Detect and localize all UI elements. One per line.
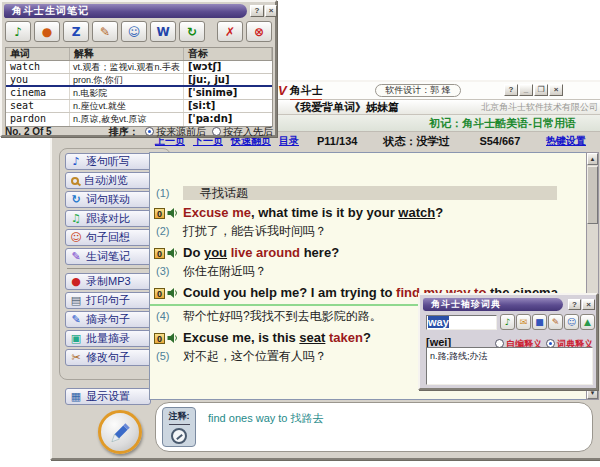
app-logo: V 角斗士 <box>278 80 323 101</box>
sidebar-item-follow-compare-icon: ♫ <box>69 212 83 225</box>
vocab-word[interactable]: watch <box>398 205 435 220</box>
edit-icon: ✎ <box>100 25 110 39</box>
main-close-button[interactable]: × <box>549 84 563 96</box>
dict-close-button[interactable]: × <box>582 299 595 310</box>
annotation-text: find ones way to 找路去 <box>208 411 324 447</box>
compass-icon[interactable] <box>171 428 187 444</box>
product-subtitle: 《我爱背单词》姊妹篇 <box>289 100 399 115</box>
sidebar-item-dictation-icon: ♪ <box>69 155 83 168</box>
dict-titlebar[interactable]: 角斗士袖珍词典 <box>423 298 563 311</box>
annotation-label: 注释: <box>169 410 190 425</box>
speaker-icon[interactable] <box>167 286 179 301</box>
vocab-notebook-window: 角斗士生词笔记 ? × ♪●Z✎☺W↻✗⊗ 单词 解释 音标 watchvt.观… <box>0 0 277 137</box>
delete-word-icon-button[interactable]: ✗ <box>217 21 243 42</box>
sort-option-1[interactable]: 按存入先后 <box>212 126 273 137</box>
sort-label: 排序： <box>109 126 139 137</box>
save-icon-button[interactable]: ■ <box>532 314 547 330</box>
main-minimize-button[interactable]: _ <box>519 84 533 96</box>
highlight-phrase[interactable]: live around <box>231 245 300 260</box>
edit-icon-button[interactable]: ✎ <box>548 314 563 330</box>
vocab-toolbar: ♪●Z✎☺W↻✗⊗ <box>5 21 275 42</box>
clear-icon-button[interactable]: ▲ <box>580 314 595 330</box>
sidebar-item-follow-compare-label: 跟读对比 <box>86 211 130 226</box>
sort-option-0[interactable]: 按来源前后 <box>145 126 206 137</box>
clear-all-icon: ⊗ <box>254 25 264 39</box>
col-meaning: 解释 <box>70 48 184 60</box>
vocab-word[interactable]: seat <box>299 330 325 345</box>
scroll-up-icon[interactable]: ▲ <box>587 153 598 165</box>
sentence-row[interactable]: 0Do you live around here? <box>152 245 586 264</box>
main-help-button[interactable]: ? <box>504 84 518 96</box>
chinese-translation: 你住在附近吗？ <box>183 264 586 279</box>
translation-row: (2)打扰了，能告诉我时间吗？ <box>152 224 586 245</box>
english-sentence[interactable]: Do you live around here? <box>183 245 586 260</box>
pocket-dictionary-window: 角斗士袖珍词典 ? × way ♪✉■✎☺▲ [wei] 自编释义词典释义 n.… <box>418 293 598 390</box>
sidebar-item-print-label: 打印句子 <box>86 293 130 308</box>
speaker-icon[interactable] <box>167 206 179 221</box>
speaker-icon[interactable] <box>167 331 179 346</box>
vocab-word[interactable]: you <box>204 245 227 260</box>
web-icon-button[interactable]: ● <box>34 21 60 42</box>
dict-help-button[interactable]: ? <box>568 299 581 310</box>
sentence-indicator: S54/667 <box>479 135 520 147</box>
highlight-phrase[interactable]: taken <box>329 330 363 345</box>
sort-options: 排序：按来源前后按存入先后 <box>109 125 273 139</box>
save-icon-button[interactable]: Z <box>63 21 89 42</box>
chat-icon: ☺ <box>567 317 576 327</box>
clear-all-icon-button[interactable]: ⊗ <box>246 21 272 42</box>
vocab-close-button[interactable]: × <box>265 5 277 17</box>
table-row[interactable]: cineman.电影院['sinimə] <box>6 87 272 100</box>
sound-icon-button[interactable]: ♪ <box>5 21 31 42</box>
save-icon: ■ <box>535 317 544 327</box>
radio-icon[interactable] <box>212 127 221 136</box>
sidebar-item-print-icon: ▤ <box>69 294 83 307</box>
topic-title: 寻找话题 <box>183 186 557 200</box>
play-count-badge: 0 <box>154 208 165 219</box>
chinese-translation: 打扰了，能告诉我时间吗？ <box>183 224 586 239</box>
sidebar-item-sentence-recall-icon: ☺ <box>69 231 83 244</box>
sound-icon: ♪ <box>14 25 22 39</box>
sort-option-label: 按来源前后 <box>156 126 206 137</box>
vocab-help-button[interactable]: ? <box>250 5 264 17</box>
sync-icon-button[interactable]: ↻ <box>179 21 205 42</box>
plain-text: ? <box>363 330 371 345</box>
sidebar-item-vocab-notebook-label: 生词笔记 <box>86 249 130 264</box>
main-restore-button[interactable]: ❐ <box>534 84 548 96</box>
sidebar-item-excerpt-label: 摘录句子 <box>86 312 130 327</box>
edit-icon-button[interactable]: ✎ <box>92 21 118 42</box>
speaker-icon[interactable] <box>167 246 179 261</box>
dict-search-input[interactable]: way <box>426 315 497 330</box>
copy-icon: ✉ <box>520 317 528 327</box>
sidebar-item-batch-excerpt-icon: ▣ <box>69 332 83 345</box>
sidebar-item-edit-sentence-icon: ✂ <box>69 351 83 364</box>
cell-phonetic: [ju:, ju] <box>184 74 272 85</box>
word-export-icon-button[interactable]: W <box>150 21 176 42</box>
nav-link-3[interactable]: 目录 <box>279 135 299 146</box>
scrollbar-thumb[interactable] <box>587 166 598 224</box>
sentence-number: (2) <box>152 224 183 239</box>
cell-phonetic: ['sinimə] <box>184 87 272 99</box>
english-sentence[interactable]: Excuse me, what time is it by your watch… <box>183 205 586 220</box>
sentence-row[interactable]: 0Excuse me, what time is it by your watc… <box>152 205 586 224</box>
cell-word: you <box>6 74 70 85</box>
table-row[interactable]: watchvt.观看；监视vi.观看n.手表[wɔtʃ] <box>6 61 272 74</box>
hotkey-settings-link[interactable]: 热键设置 <box>546 134 586 148</box>
sidebar-item-auto-browse-icon <box>71 177 79 185</box>
dict-definition-text: n.路;路线;办法 <box>426 347 593 385</box>
vocab-titlebar[interactable]: 角斗士生词笔记 <box>4 4 247 18</box>
plain-text: Excuse me, is this <box>183 330 299 345</box>
sidebar-item-display-settings[interactable]: ▦ 显示设置 <box>65 388 151 405</box>
copy-icon-button[interactable]: ✉ <box>516 314 531 330</box>
chat-icon-button[interactable]: ☺ <box>121 21 147 42</box>
exit-button[interactable] <box>98 410 142 454</box>
chat-icon-button[interactable]: ☺ <box>564 314 579 330</box>
pen-arrow-icon <box>107 419 133 445</box>
highlight-phrase[interactable]: Excuse me <box>183 205 251 220</box>
sidebar-item-auto-browse-label: 自动浏览 <box>84 173 128 188</box>
table-row[interactable]: youpron.你,你们[ju:, ju] <box>6 74 272 87</box>
sentence-gutter: 0 <box>152 205 183 221</box>
table-row[interactable]: seatn.座位vt.就坐[si:t] <box>6 100 272 113</box>
sound-icon-button[interactable]: ♪ <box>500 314 515 330</box>
plain-text: , what time is it by your <box>251 205 398 220</box>
radio-icon[interactable] <box>145 127 154 136</box>
